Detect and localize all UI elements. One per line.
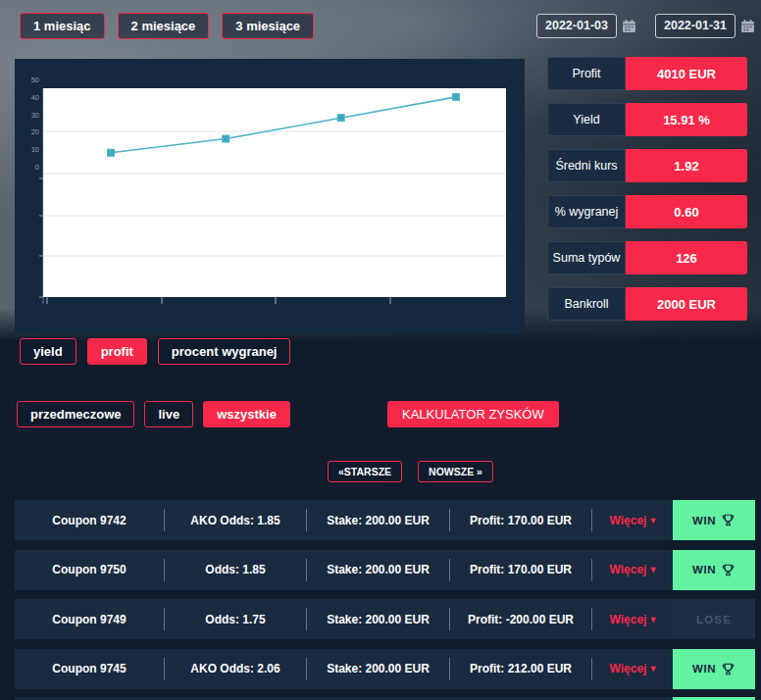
stat-value: 0.60	[626, 195, 747, 228]
result-label: WIN	[692, 515, 716, 526]
svg-text:0: 0	[35, 163, 39, 172]
stat-label: Yield	[547, 103, 626, 136]
coupon-more-button[interactable]: Więcej ▾	[592, 500, 673, 540]
result-label: WIN	[692, 663, 716, 675]
result-label: LOSE	[696, 614, 732, 625]
coupon-row: Coupon 9749 Odds: 1.75 Stake: 200.00 EUR…	[15, 599, 755, 639]
betting-stats-dashboard: 1 miesiąc 2 miesiące 3 miesiące 2022-01-…	[0, 0, 761, 700]
calendar-icon[interactable]	[622, 19, 636, 33]
newer-page-button[interactable]: NOWSZE »	[418, 461, 493, 482]
stat-value: 15.91 %	[626, 103, 747, 136]
chevron-down-icon: ▾	[650, 664, 655, 674]
metric-button-win-percent[interactable]: procent wygranej	[158, 338, 291, 365]
date-range-group: 2022-01-03 2022-01-31	[536, 14, 755, 38]
more-label: Więcej	[610, 514, 647, 527]
chevron-down-icon: ▾	[650, 565, 655, 575]
coupon-profit: Profit: 170.00 EUR	[450, 550, 591, 590]
stat-row-profit: Profit 4010 EUR	[547, 57, 747, 90]
coupon-row-main: Coupon 9742 AKO Odds: 1.85 Stake: 200.00…	[15, 500, 673, 540]
svg-text:30: 30	[31, 111, 39, 120]
pagination-group: «STARSZE NOWSZE »	[328, 461, 493, 482]
coupon-row-main: Coupon 9750 Odds: 1.85 Stake: 200.00 EUR…	[15, 550, 673, 590]
coupon-list: Coupon 9742 AKO Odds: 1.85 Stake: 200.00…	[15, 500, 755, 698]
coupon-row: Coupon 9745 AKO Odds: 2.06 Stake: 200.00…	[15, 649, 755, 689]
coupon-odds: AKO Odds: 1.85	[165, 500, 306, 540]
coupon-stake: Stake: 200.00 EUR	[307, 649, 449, 689]
svg-text:50: 50	[31, 75, 39, 84]
metric-button-yield[interactable]: yield	[20, 338, 76, 365]
coupon-more-button[interactable]: Więcej ▾	[592, 649, 673, 689]
stat-value: 4010 EUR	[626, 57, 747, 90]
period-filter-group: 1 miesiąc 2 miesiące 3 miesiące	[20, 13, 314, 39]
stat-label: Bankroll	[547, 287, 626, 321]
stat-label: Profit	[547, 57, 626, 90]
stat-label: Średni kurs	[547, 149, 626, 182]
more-label: Więcej	[610, 563, 647, 576]
date-to-input[interactable]: 2022-01-31	[655, 14, 736, 38]
result-badge-win: WIN	[673, 649, 755, 689]
more-label: Więcej	[610, 613, 647, 626]
coupon-stake: Stake: 200.00 EUR	[307, 599, 449, 639]
coupon-more-button[interactable]: Więcej ▾	[592, 550, 673, 590]
result-label: WIN	[692, 564, 716, 575]
profit-calculator-button[interactable]: KALKULATOR ZYSKÓW	[387, 401, 559, 427]
filter-button-prematch[interactable]: przedmeczowe	[17, 401, 134, 427]
chevron-down-icon: ▾	[650, 516, 655, 525]
coupon-row: Coupon 9742 AKO Odds: 1.85 Stake: 200.00…	[15, 500, 755, 540]
stat-label: Suma typów	[547, 241, 626, 275]
coupon-odds: AKO Odds: 2.06	[165, 649, 306, 689]
stat-row-win-percent: % wygranej 0.60	[547, 195, 747, 228]
coupon-stake: Stake: 200.00 EUR	[307, 550, 449, 590]
more-label: Więcej	[610, 662, 647, 675]
coupon-row-main: Coupon 9745 AKO Odds: 2.06 Stake: 200.00…	[15, 649, 673, 689]
stat-value: 1.92	[626, 149, 747, 182]
stat-label: % wygranej	[547, 195, 626, 228]
result-badge-win: WIN	[673, 500, 755, 540]
svg-text:20: 20	[31, 127, 39, 136]
filter-button-all[interactable]: wszystkie	[203, 401, 290, 427]
stat-row-avg-odds: Średni kurs 1.92	[547, 149, 747, 182]
coupon-row-main: Coupon 9749 Odds: 1.75 Stake: 200.00 EUR…	[15, 599, 673, 639]
trophy-icon	[721, 563, 736, 577]
coupon-profit: Profit: 212.00 EUR	[450, 649, 591, 689]
coupon-profit: Profit: -200.00 EUR	[450, 599, 591, 639]
stats-panel: Profit 4010 EUR Yield 15.91 % Średni kur…	[547, 57, 747, 333]
period-button-2-months[interactable]: 2 miesiące	[118, 13, 210, 39]
coupon-stake: Stake: 200.00 EUR	[307, 500, 449, 540]
coupon-id: Coupon 9745	[15, 649, 164, 689]
filter-button-live[interactable]: live	[144, 401, 193, 427]
chevron-down-icon: ▾	[650, 615, 655, 625]
coupon-id: Coupon 9742	[15, 500, 164, 540]
coupon-id: Coupon 9749	[15, 599, 164, 639]
coupon-odds: Odds: 1.85	[165, 550, 306, 590]
result-badge-win: WIN	[673, 550, 755, 590]
metric-button-profit[interactable]: profit	[87, 338, 147, 365]
stat-row-total-bets: Suma typów 126	[547, 241, 747, 275]
trophy-icon	[721, 662, 736, 676]
stat-value: 126	[626, 241, 747, 275]
svg-text:10: 10	[31, 145, 39, 154]
svg-text:40: 40	[31, 93, 39, 102]
stat-row-bankroll: Bankroll 2000 EUR	[547, 287, 747, 321]
stat-row-yield: Yield 15.91 %	[547, 103, 747, 136]
trophy-icon	[721, 513, 736, 527]
calendar-icon[interactable]	[740, 19, 755, 33]
stat-value: 2000 EUR	[626, 287, 747, 321]
period-button-1-month[interactable]: 1 miesiąc	[20, 13, 105, 39]
coupon-id: Coupon 9750	[15, 550, 164, 590]
period-button-3-months[interactable]: 3 miesiące	[222, 13, 314, 39]
chart-panel: 50403020100	[15, 59, 525, 333]
coupon-profit: Profit: 170.00 EUR	[450, 500, 591, 540]
coupon-odds: Odds: 1.75	[165, 599, 306, 639]
chart-metric-group: yield profit procent wygranej	[20, 338, 290, 365]
profit-line-chart: 50403020100	[15, 59, 525, 333]
result-badge-lose: LOSE	[673, 599, 755, 639]
coupon-more-button[interactable]: Więcej ▾	[592, 599, 673, 639]
coupon-row: Coupon 9750 Odds: 1.85 Stake: 200.00 EUR…	[15, 550, 755, 590]
bet-type-filter-group: przedmeczowe live wszystkie	[17, 401, 290, 427]
date-from-input[interactable]: 2022-01-03	[536, 14, 617, 38]
older-page-button[interactable]: «STARSZE	[328, 461, 402, 482]
